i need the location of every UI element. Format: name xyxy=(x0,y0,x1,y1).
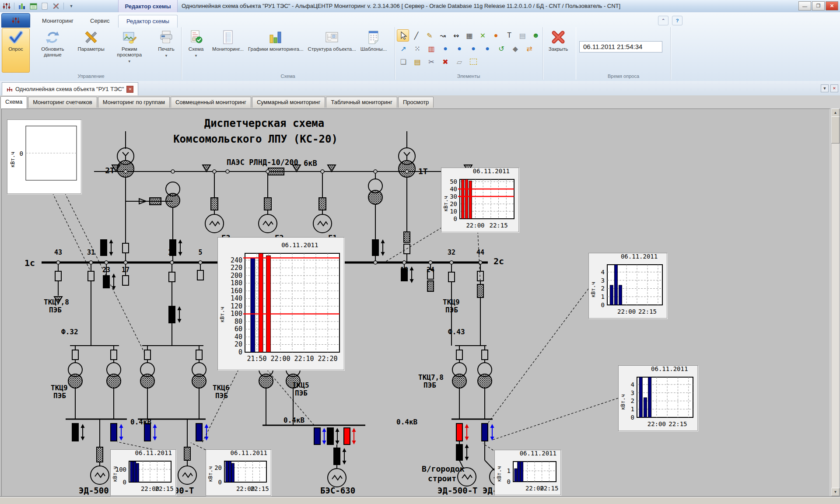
view-tab-схема[interactable]: Схема xyxy=(0,96,27,108)
chart-frame-tool[interactable]: ▥ xyxy=(425,42,438,55)
tools-icon[interactable] xyxy=(51,2,61,10)
document-tab[interactable]: Однолинейная схема объекта "РУ1 ТЭС" ✕ xyxy=(2,82,138,95)
pointer-tool[interactable] xyxy=(397,29,409,42)
media-minus-tool[interactable]: ● xyxy=(467,42,480,55)
contextual-tab-header[interactable]: Редактор схемы xyxy=(118,0,178,13)
mini-chart-ed500[interactable]: 06.11.2011010022:0022:15кВт.ч xyxy=(110,449,176,496)
rotate-tool[interactable]: ↺ xyxy=(495,42,508,55)
svg-text:20: 20 xyxy=(214,464,222,471)
ribbon-button-label: Обновить данные xyxy=(32,46,74,58)
dropdown-arrow-icon[interactable]: ▼ xyxy=(66,2,76,10)
app-sliders-icon[interactable] xyxy=(2,2,11,10)
poll-time-field[interactable]: 06.11.2011 21:54:34 xyxy=(579,41,662,52)
svg-text:кВт.ч: кВт.ч xyxy=(620,394,626,410)
mini-chart-right-lower[interactable]: 06.11.20110123422:0022:15кВт.ч xyxy=(618,365,698,431)
diamond-tool[interactable]: ◆ xyxy=(509,42,522,55)
close-doc-icon[interactable]: ✕ xyxy=(126,86,133,93)
media-width-tool[interactable]: ● xyxy=(453,42,466,55)
ribbon-button-обновить-данные[interactable]: Обновить данные xyxy=(30,28,76,73)
media-pause-tool[interactable]: ● xyxy=(439,42,452,55)
mini-chart-empty[interactable]: 0кВт.ч xyxy=(7,119,81,194)
ribbon-button-закрыть[interactable]: Закрыть xyxy=(544,28,572,73)
arrow-tool[interactable]: ↗ xyxy=(397,42,410,55)
view-tab-мониторинг-по-группам[interactable]: Мониторинг по группам xyxy=(98,97,170,108)
paste-tool[interactable]: ▤ xyxy=(411,56,424,68)
ribbon-button-шаблоны-[interactable]: Шаблоны... xyxy=(358,28,389,73)
svg-text:220: 220 xyxy=(231,264,242,272)
mini-chart-g1[interactable]: 06.11.20110102030405022:0022:15кВт.ч xyxy=(441,168,519,232)
app-button[interactable] xyxy=(1,13,30,28)
view-tab-совмещенный-мониторинг[interactable]: Совмещенный мониторинг xyxy=(171,97,251,108)
calendar-icon[interactable] xyxy=(28,2,38,10)
pen-curve-tool[interactable]: ✎ xyxy=(424,29,436,42)
user-search-tool[interactable]: ☻ xyxy=(530,29,542,42)
svg-text:20: 20 xyxy=(234,340,242,348)
window-titlebar[interactable]: ▼ Редактор схемы Однолинейная схема объе… xyxy=(0,0,840,13)
media-split-tool[interactable]: ● xyxy=(481,42,494,55)
mini-chart-right-upper[interactable]: 06.11.20110123422:0022:15кВт.ч xyxy=(588,253,667,318)
help-icon[interactable]: ? xyxy=(672,16,682,25)
grid-dots-tool[interactable]: ⁙ xyxy=(411,42,424,55)
doc-close-icon[interactable]: ✕ xyxy=(830,84,838,92)
ribbon-button-мониторинг-[interactable]: Мониторинг... xyxy=(210,28,246,73)
mini-chart-gorodok[interactable]: 06.11.20110122:0022:15кВт.ч xyxy=(494,450,561,495)
curve-arrow-tool[interactable]: ↝ xyxy=(437,29,449,42)
copy-tool[interactable]: ❏ xyxy=(397,56,410,68)
svg-text:3: 3 xyxy=(631,389,634,396)
close-button[interactable]: ✕ xyxy=(826,1,838,10)
scroll-down-icon[interactable]: ▼ xyxy=(831,488,840,496)
view-tab-мониторинг-счетчиков[interactable]: Мониторинг счетчиков xyxy=(28,97,97,108)
ribbon-group-Управление: ОпросОбновить данныеПараметрыРежим просм… xyxy=(1,27,182,80)
ribbon-tab-1[interactable]: Мониторинг xyxy=(34,15,81,27)
svg-text:0: 0 xyxy=(601,301,605,308)
schematic-canvas[interactable] xyxy=(1,108,830,497)
mini-chart-ed500t[interactable]: 06.11.201102022:0022:15кВт.ч xyxy=(206,449,271,496)
delete-tool[interactable]: ✖ xyxy=(439,56,452,68)
feed-ball-tool[interactable]: ● xyxy=(490,29,502,42)
polyline-arrow-tool[interactable]: ↭ xyxy=(450,29,462,42)
window-controls: — ❐ ✕ xyxy=(798,1,838,10)
ribbon-button-опрос[interactable]: Опрос xyxy=(2,28,30,73)
textbox-tool[interactable]: ▤ xyxy=(516,29,528,42)
vertical-scrollbar[interactable]: ▲ ▼ xyxy=(831,108,839,496)
scrollbar-thumb[interactable] xyxy=(831,116,840,144)
select-box-tool[interactable] xyxy=(467,56,480,68)
svg-text:кВт.ч: кВт.ч xyxy=(443,196,449,212)
table-tool[interactable]: ▦ xyxy=(463,29,476,42)
text-tool[interactable]: T xyxy=(503,29,515,42)
cut-page-tool[interactable]: ✂ xyxy=(425,56,438,68)
document-icon[interactable] xyxy=(40,2,49,10)
ribbon-button-структура-объекта-[interactable]: Структура объекта... xyxy=(306,28,358,73)
svg-text:0: 0 xyxy=(20,150,23,157)
mini-chart-main[interactable]: 06.11.2011020406080100120140160180200220… xyxy=(217,237,344,370)
view-tab-суммарный-мониторинг[interactable]: Суммарный мониторинг xyxy=(252,97,326,108)
svg-text:1: 1 xyxy=(507,467,511,474)
scroll-up-icon[interactable]: ▲ xyxy=(831,108,840,117)
collapse-ribbon-icon[interactable]: ⌃ xyxy=(658,16,668,25)
shuffle-tool[interactable]: ✕ xyxy=(476,29,489,42)
tools-icon xyxy=(84,30,98,45)
chart-columns-icon[interactable] xyxy=(17,2,27,10)
ribbon-button-режим-просмотра[interactable]: Режим просмотра▼ xyxy=(106,28,152,73)
svg-text:60: 60 xyxy=(234,325,242,333)
ribbon-group-label: Схема xyxy=(181,74,395,79)
ribbon-tab-3[interactable]: Редактор схемы xyxy=(118,15,178,28)
folder-tool[interactable]: ▱ xyxy=(453,56,466,68)
ribbon-button-схема[interactable]: Схема▼ xyxy=(182,28,210,73)
ribbon-button-параметры[interactable]: Параметры xyxy=(76,28,107,73)
view-tab-просмотр[interactable]: Просмотр xyxy=(398,97,434,108)
view-tab-табличный-мониторинг[interactable]: Табличный мониторинг xyxy=(326,97,397,108)
minimize-button[interactable]: — xyxy=(798,1,811,10)
ribbon-button-label: Печать xyxy=(158,46,175,52)
ribbon-button-печать[interactable]: Печать▼ xyxy=(152,28,180,73)
ribbon-button-графики-мониторинга-[interactable]: Графики мониторинга... xyxy=(246,28,306,73)
svg-text:22:15: 22:15 xyxy=(668,420,687,427)
ribbon-tab-2[interactable]: Сервис xyxy=(82,15,118,27)
doc-list-dropdown-icon[interactable]: ▼ xyxy=(821,84,829,92)
maximize-button[interactable]: ❐ xyxy=(812,1,825,10)
loop-tool[interactable]: ⇄ xyxy=(523,42,536,55)
svg-text:22:00: 22:00 xyxy=(648,420,666,427)
line-tool[interactable]: ╱ xyxy=(410,29,422,42)
svg-text:1: 1 xyxy=(631,406,634,413)
ribbon-group-label: Элементы xyxy=(395,74,542,79)
